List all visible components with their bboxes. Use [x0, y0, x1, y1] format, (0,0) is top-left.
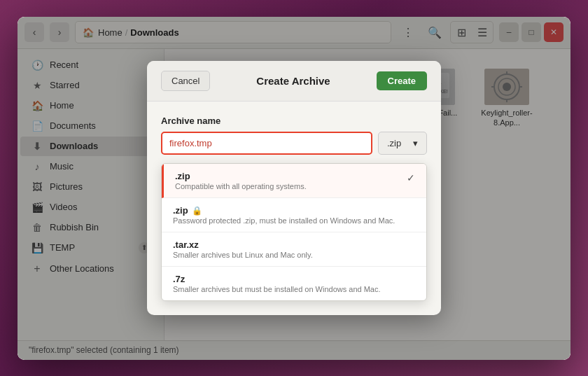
dialog-body: Archive name .zip ▾ .zip Compatible with…	[147, 102, 441, 315]
format-zip-pw-name: .zip 🔒	[173, 205, 415, 216]
format-option-zip-pw[interactable]: .zip 🔒 Password protected .zip, must be …	[162, 198, 426, 232]
create-archive-dialog: Cancel Create Archive Create Archive nam…	[147, 61, 441, 315]
cancel-button[interactable]: Cancel	[161, 71, 210, 91]
format-dropdown: .zip Compatible with all operating syste…	[161, 163, 427, 301]
format-7z-desc: Smaller archives but must be installed o…	[173, 285, 415, 293]
archive-name-input[interactable]	[161, 132, 372, 155]
format-select-button[interactable]: .zip ▾	[378, 132, 427, 155]
format-tar-xz-name: .tar.xz	[173, 239, 415, 250]
dialog-overlay: Cancel Create Archive Create Archive nam…	[18, 17, 570, 360]
format-option-tar-xz[interactable]: .tar.xz Smaller archives but Linux and M…	[162, 232, 426, 267]
lock-icon: 🔒	[192, 206, 202, 216]
format-option-tar-xz-info: .tar.xz Smaller archives but Linux and M…	[173, 239, 415, 259]
format-option-zip-pw-info: .zip 🔒 Password protected .zip, must be …	[173, 205, 415, 225]
archive-name-label: Archive name	[161, 116, 427, 126]
format-zip-name: .zip	[175, 171, 401, 181]
selected-format-label: .zip	[387, 138, 401, 148]
create-button[interactable]: Create	[377, 71, 427, 90]
format-option-zip-info: .zip Compatible with all operating syste…	[175, 171, 401, 190]
format-option-7z[interactable]: .7z Smaller archives but must be install…	[162, 267, 426, 300]
format-zip-desc: Compatible with all operating systems.	[175, 182, 401, 190]
format-7z-name: .7z	[173, 274, 415, 284]
format-tar-xz-desc: Smaller archives but Linux and Mac only.	[173, 251, 415, 259]
dialog-header: Cancel Create Archive Create	[147, 61, 441, 102]
file-manager-window: ‹ › 🏠 Home / Downloads ⋮ 🔍 ⊞ ☰ – □ ✕ 🕐	[18, 17, 570, 360]
dropdown-arrow-icon: ▾	[413, 138, 418, 148]
format-option-zip[interactable]: .zip Compatible with all operating syste…	[162, 164, 426, 198]
format-zip-pw-desc: Password protected .zip, must be install…	[173, 216, 415, 225]
format-option-7z-info: .7z Smaller archives but must be install…	[173, 274, 415, 293]
zip-check-icon: ✓	[407, 172, 415, 183]
archive-name-row: .zip ▾	[161, 132, 427, 155]
dialog-title: Create Archive	[217, 75, 369, 87]
